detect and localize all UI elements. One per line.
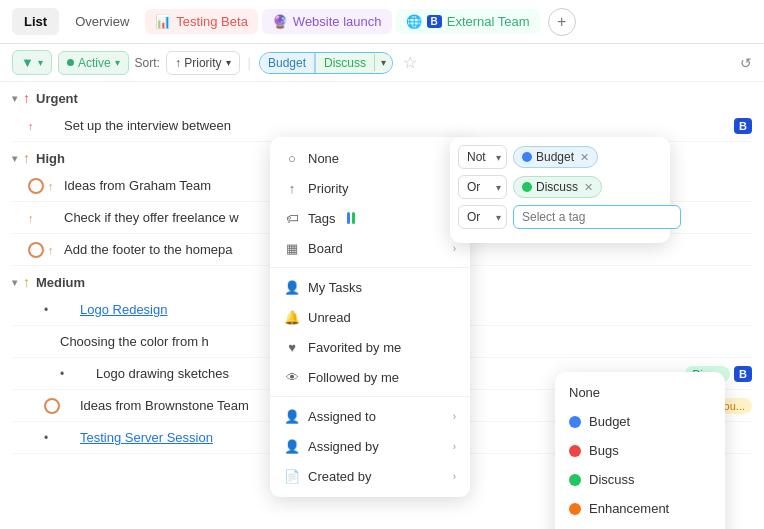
tag-option-budget[interactable]: Budget	[555, 407, 725, 436]
dropdown-item-none[interactable]: ○ None	[270, 143, 470, 173]
condition-select-3[interactable]: Or Not Is	[458, 205, 507, 229]
none-icon: ○	[284, 150, 300, 166]
priority-sort-button[interactable]: ↑ Priority ▾	[166, 51, 240, 75]
chevron-right-icon: ›	[453, 471, 456, 482]
bell-icon: 🔔	[284, 309, 300, 325]
urgent-collapse-arrow: ▾	[12, 93, 17, 104]
tags-dropdown-button[interactable]: ▾	[374, 54, 392, 71]
remove-budget-button[interactable]: ✕	[580, 151, 589, 164]
priority-icon: ↑	[28, 212, 34, 224]
bugs-dot	[569, 445, 581, 457]
menu-divider	[270, 396, 470, 397]
tag-option-none[interactable]: None	[555, 378, 725, 407]
medium-collapse-arrow: ▾	[12, 277, 17, 288]
task-icons: ↑	[28, 242, 58, 258]
task-icons: ↑	[28, 120, 58, 132]
condition-select-wrapper-2[interactable]: Or Not Is	[458, 175, 507, 199]
person-icon: 👤	[284, 279, 300, 295]
add-tab-button[interactable]: +	[548, 8, 576, 36]
tag-option-non-reproducible[interactable]: Non-reproducible	[555, 523, 725, 529]
dropdown-item-followed[interactable]: 👁 Followed by me	[270, 362, 470, 392]
tag-option-bugs[interactable]: Bugs	[555, 436, 725, 465]
dropdown-overlay: ○ None ↑ Priority › 🏷 Tags › ▦ Board	[270, 137, 470, 497]
discuss-tag-filter[interactable]: Discuss	[316, 53, 374, 73]
dropdown-item-created-by[interactable]: 📄 Created by ›	[270, 461, 470, 491]
filter-panel: Not Is Or Budget ✕ Or Not Is	[450, 137, 670, 243]
high-collapse-arrow: ▾	[12, 153, 17, 164]
separator: |	[248, 55, 251, 70]
task-badges: B	[734, 118, 752, 134]
tab-list[interactable]: List	[12, 8, 59, 35]
filter-button[interactable]: ▼ ▾	[12, 50, 52, 75]
tag-search-input[interactable]	[513, 205, 681, 229]
dropdown-item-favorited[interactable]: ♥ Favorited by me	[270, 332, 470, 362]
heart-icon: ♥	[284, 339, 300, 355]
badge-b: B	[734, 118, 752, 134]
tag-option-discuss[interactable]: Discuss	[555, 465, 725, 494]
badge-b: B	[734, 366, 752, 382]
task-icons: ↑	[28, 178, 58, 194]
urgent-priority-icon: ↑	[23, 90, 30, 106]
circle-status-icon	[28, 178, 44, 194]
priority-icon: ↑	[48, 244, 54, 256]
funnel-icon: ▼	[21, 55, 34, 70]
menu-divider	[270, 267, 470, 268]
tab-testing-beta[interactable]: 📊 Testing Beta	[145, 9, 258, 34]
priority-up-icon: ↑	[28, 120, 34, 132]
dropdown-item-priority[interactable]: ↑ Priority ›	[270, 173, 470, 203]
tag-option-enhancement[interactable]: Enhancement	[555, 494, 725, 523]
dropdown-item-my-tasks[interactable]: 👤 My Tasks	[270, 272, 470, 302]
budget-dot	[569, 416, 581, 428]
circle-status-icon	[28, 242, 44, 258]
filter-bar: ▼ ▾ Active ▾ Sort: ↑ Priority ▾ | Budget…	[0, 44, 764, 82]
doc-icon: 📄	[284, 468, 300, 484]
discuss-color-dot	[522, 182, 532, 192]
dropdown-item-tags[interactable]: 🏷 Tags ›	[270, 203, 470, 233]
tab-overview[interactable]: Overview	[63, 8, 141, 35]
filter-dropdown-menu: ○ None ↑ Priority › 🏷 Tags › ▦ Board	[270, 137, 470, 497]
dropdown-item-board[interactable]: ▦ Board ›	[270, 233, 470, 263]
urgent-label: Urgent	[36, 91, 78, 106]
none-tag-label: None	[569, 385, 600, 400]
filter-row-3: Or Not Is	[458, 205, 662, 229]
priority-icon: ↑	[284, 180, 300, 196]
condition-select-wrapper-1[interactable]: Not Is Or	[458, 145, 507, 169]
active-filter-button[interactable]: Active ▾	[58, 51, 129, 75]
star-button[interactable]: ☆	[403, 53, 417, 72]
discuss-filter-chip: Discuss ✕	[513, 176, 602, 198]
dropdown-item-unread[interactable]: 🔔 Unread	[270, 302, 470, 332]
priority-dropdown-arrow: ▾	[226, 57, 231, 68]
sort-label: Sort:	[135, 56, 160, 70]
refresh-button[interactable]: ↺	[740, 55, 752, 71]
chevron-right-icon: ›	[453, 441, 456, 452]
filter-row-1: Not Is Or Budget ✕	[458, 145, 662, 169]
circle-status-icon	[44, 398, 60, 414]
budget-tag-filter[interactable]: Budget	[260, 53, 315, 73]
budget-color-dot	[522, 152, 532, 162]
enhancement-dot	[569, 503, 581, 515]
discuss-dot	[569, 474, 581, 486]
task-name: Set up the interview between	[64, 118, 728, 133]
tab-website-launch[interactable]: 🔮 Website launch	[262, 9, 392, 34]
tags-filter-group[interactable]: Budget Discuss ▾	[259, 52, 393, 74]
filter-dropdown-arrow: ▾	[38, 57, 43, 68]
section-urgent[interactable]: ▾ ↑ Urgent	[12, 82, 752, 110]
dropdown-item-assigned-to[interactable]: 👤 Assigned to ›	[270, 401, 470, 431]
active-dropdown-arrow: ▾	[115, 57, 120, 68]
chevron-right-icon: ›	[453, 411, 456, 422]
chevron-right-icon: ›	[453, 243, 456, 254]
tab-external-team[interactable]: 🌐 B External Team	[396, 9, 540, 34]
condition-select-1[interactable]: Not Is Or	[458, 145, 507, 169]
assigned-to-icon: 👤	[284, 408, 300, 424]
tag-dropdown: None Budget Bugs Discuss Enhancement Non…	[555, 372, 725, 529]
condition-select-wrapper-3[interactable]: Or Not Is	[458, 205, 507, 229]
high-priority-icon: ↑	[23, 150, 30, 166]
condition-select-2[interactable]: Or Not Is	[458, 175, 507, 199]
remove-discuss-button[interactable]: ✕	[584, 181, 593, 194]
testing-icon: 📊	[155, 14, 171, 29]
website-icon: 🔮	[272, 14, 288, 29]
task-icons	[44, 398, 74, 414]
nav-tabs: List Overview 📊 Testing Beta 🔮 Website l…	[0, 0, 764, 44]
active-dot	[67, 59, 74, 66]
dropdown-item-assigned-by[interactable]: 👤 Assigned by ›	[270, 431, 470, 461]
